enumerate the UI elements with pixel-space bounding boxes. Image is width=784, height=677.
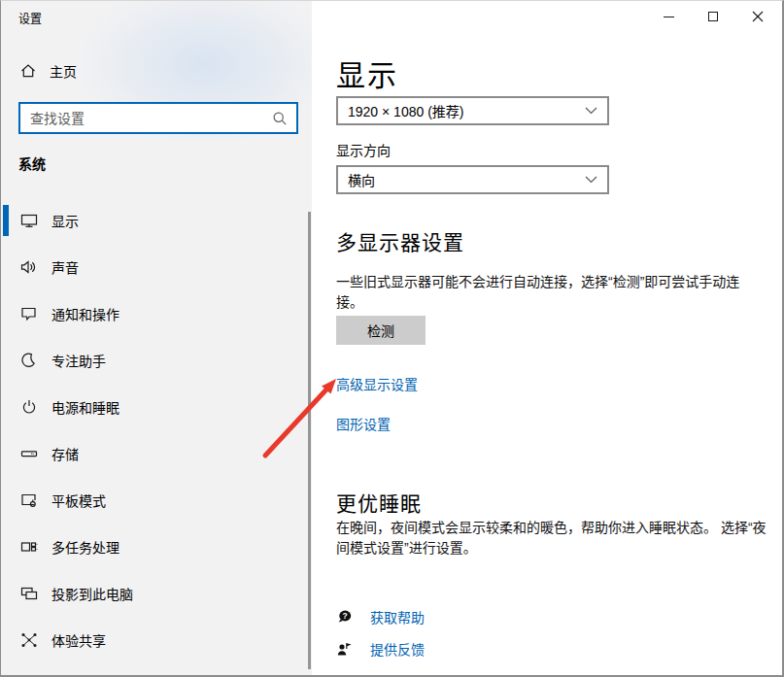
selected-indicator	[3, 205, 9, 236]
sidebar-item-label: 平板模式	[51, 491, 106, 510]
sidebar-item-tablet-mode[interactable]: 平板模式	[1, 477, 305, 524]
sidebar-item-label: 电源和睡眠	[51, 397, 119, 417]
sidebar-item-label: 声音	[51, 257, 79, 277]
orientation-label: 显示方向	[336, 140, 391, 159]
resolution-dropdown[interactable]: 1920 × 1080 (推荐)	[336, 96, 609, 125]
get-help-label: 获取帮助	[370, 607, 425, 626]
get-help-link[interactable]: ? 获取帮助	[336, 607, 425, 626]
sidebar-item-storage[interactable]: 存储	[1, 430, 305, 477]
close-button[interactable]	[735, 1, 780, 32]
home-icon	[20, 63, 36, 79]
minimize-icon	[664, 17, 674, 17]
orientation-dropdown[interactable]: 横向	[336, 165, 609, 194]
svg-text:?: ?	[343, 611, 348, 621]
multitask-icon	[20, 539, 38, 555]
maximize-icon	[708, 12, 718, 21]
notification-icon	[20, 306, 38, 322]
sidebar-item-label: 体验共享	[51, 630, 106, 650]
sidebar-item-shared-experiences[interactable]: 体验共享	[1, 617, 305, 663]
better-sleep-description: 在晚间，夜间模式会显示较柔和的暖色，帮助你进入睡眠状态。 选择“夜间模式设置”进…	[336, 518, 768, 559]
settings-window: 设置 主页 系统	[0, 0, 784, 677]
power-icon	[20, 399, 38, 415]
sidebar-item-home[interactable]: 主页	[20, 61, 77, 81]
window-title: 设置	[18, 10, 42, 26]
maximize-button[interactable]	[691, 1, 735, 32]
tablet-icon	[20, 492, 38, 508]
sidebar-home-label: 主页	[50, 61, 77, 81]
multi-display-heading: 多显示器设置	[336, 226, 464, 255]
sidebar-scrollbar-thumb[interactable]	[308, 212, 311, 669]
sidebar-item-label: 显示	[51, 211, 79, 230]
sidebar-item-label: 投影到此电脑	[51, 584, 133, 603]
sidebar-nav: 显示 声音 通知和操作	[1, 197, 305, 663]
sidebar-item-label: 存储	[51, 444, 79, 463]
resolution-value: 1920 × 1080 (推荐)	[348, 101, 463, 120]
page-title: 显示	[336, 51, 398, 94]
sidebar-item-power-sleep[interactable]: 电源和睡眠	[1, 384, 305, 430]
search-input[interactable]	[20, 111, 272, 126]
sidebar-item-label: 通知和操作	[51, 304, 119, 323]
sidebar: 设置 主页 系统	[1, 1, 312, 675]
sidebar-item-label: 多任务处理	[51, 537, 119, 557]
search-icon[interactable]	[272, 111, 288, 126]
minimize-button[interactable]	[646, 1, 691, 32]
sidebar-item-sound[interactable]: 声音	[1, 244, 305, 290]
storage-icon	[20, 446, 38, 461]
sidebar-item-label: 专注助手	[51, 351, 106, 370]
moon-icon	[20, 353, 38, 368]
feedback-link[interactable]: 提供反馈	[336, 639, 425, 659]
multi-display-description: 一些旧式显示器可能不会进行自动连接，选择“检测”即可尝试手动连接。	[336, 272, 762, 313]
close-icon	[752, 11, 764, 22]
feedback-label: 提供反馈	[370, 639, 425, 659]
feedback-icon	[336, 641, 354, 657]
sidebar-item-projecting[interactable]: 投影到此电脑	[1, 570, 305, 617]
better-sleep-heading: 更优睡眠	[336, 488, 422, 517]
main-panel: 显示 1920 × 1080 (推荐) 显示方向 横向 多显示器设置 一些旧式显…	[312, 1, 782, 675]
sidebar-item-display[interactable]: 显示	[1, 197, 305, 244]
sidebar-item-notifications[interactable]: 通知和操作	[1, 290, 305, 337]
sidebar-item-multitasking[interactable]: 多任务处理	[1, 524, 305, 570]
share-icon	[20, 632, 38, 648]
speaker-icon	[20, 259, 38, 275]
project-icon	[20, 586, 38, 601]
search-box[interactable]	[18, 102, 298, 134]
window-controls	[646, 1, 780, 32]
monitor-icon	[20, 213, 38, 228]
detect-button[interactable]: 检测	[336, 316, 426, 345]
get-help-icon: ?	[336, 609, 354, 625]
graphics-settings-link[interactable]: 图形设置	[336, 414, 391, 433]
advanced-display-settings-link[interactable]: 高级显示设置	[336, 374, 418, 393]
sidebar-item-focus-assist[interactable]: 专注助手	[1, 337, 305, 384]
sidebar-section-system: 系统	[18, 153, 46, 173]
chevron-down-icon	[585, 107, 597, 115]
orientation-value: 横向	[348, 170, 375, 189]
chevron-down-icon	[585, 176, 597, 184]
